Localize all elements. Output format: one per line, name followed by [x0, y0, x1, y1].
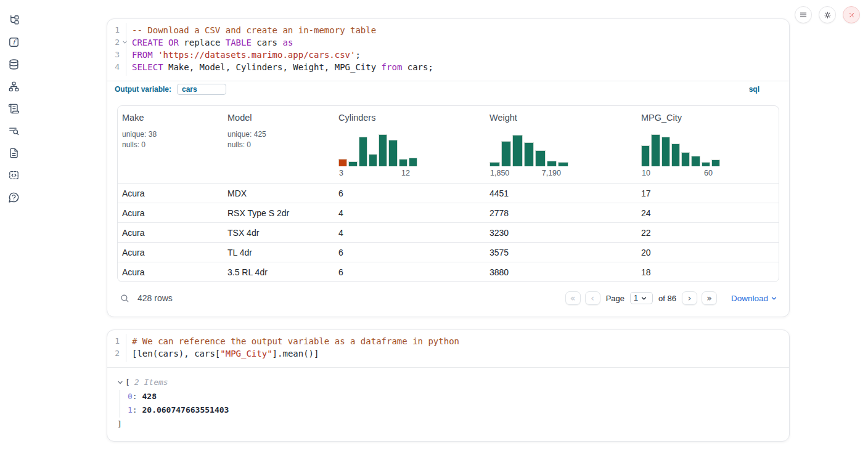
table-cell: 4 — [334, 208, 485, 218]
column-name: Model — [227, 113, 330, 123]
tree-root: [ 2 Items — [117, 376, 779, 390]
data-table: Makeunique: 38nulls: 0Modelunique: 425nu… — [117, 105, 779, 282]
table-cell: 3.5 RL 4dr — [223, 267, 334, 277]
histogram-bar — [409, 158, 417, 166]
histogram-bar — [535, 150, 546, 166]
sidebar-item-file-explorer[interactable] — [7, 14, 20, 26]
fold-chevron-icon[interactable] — [122, 39, 128, 45]
line-number: 1 — [107, 335, 120, 347]
pagination: « ‹ Page 1 of 86 › » Download — [565, 291, 777, 305]
histogram-bar — [711, 160, 720, 166]
code-line: 3FROM 'https://datasets.marimo.app/cars.… — [107, 49, 789, 61]
python-cell: 1# We can reference the output variable … — [107, 330, 790, 442]
last-page-button[interactable]: » — [702, 291, 717, 305]
code-line: 1# We can reference the output variable … — [107, 335, 789, 347]
shutdown-button[interactable] — [843, 6, 860, 23]
table-row[interactable]: AcuraMDX6445117 — [118, 183, 779, 203]
histogram-bar — [489, 162, 500, 166]
column-header-make[interactable]: Makeunique: 38nulls: 0 — [118, 106, 223, 183]
table-row[interactable]: Acura3.5 RL 4dr6388018 — [118, 262, 779, 281]
column-stats: unique: 38nulls: 0 — [122, 129, 219, 150]
prev-page-button[interactable]: ‹ — [585, 291, 600, 305]
histogram-bar — [547, 161, 557, 166]
table-cell: 24 — [637, 208, 779, 218]
sql-cell: 1-- Download a CSV and create an in-memo… — [107, 18, 790, 317]
histogram-bar — [359, 137, 367, 166]
language-badge: sql — [749, 85, 760, 94]
table-row[interactable]: AcuraTSX 4dr4323022 — [118, 222, 779, 242]
table-cell: 20 — [637, 248, 779, 257]
table-cell: TL 4dr — [223, 248, 334, 257]
table-cell: TSX 4dr — [223, 228, 334, 238]
histogram-bar — [702, 162, 710, 166]
page-select-value: 1 — [634, 294, 638, 302]
sidebar-item-datasources[interactable] — [7, 59, 20, 70]
document-icon — [8, 147, 20, 159]
collapse-chevron-icon[interactable] — [117, 379, 123, 386]
line-number: 2 — [107, 36, 120, 49]
column-stats: unique: 425nulls: 0 — [227, 129, 330, 150]
table-row[interactable]: AcuraRSX Type S 2dr4277824 — [118, 203, 779, 222]
table-cell: RSX Type S 2dr — [223, 208, 334, 218]
histogram-bar — [348, 161, 357, 166]
sql-code-editor[interactable]: 1-- Download a CSV and create an in-memo… — [107, 19, 789, 81]
column-name: MPG_City — [641, 113, 774, 123]
column-name: Cylinders — [338, 113, 481, 123]
sidebar-item-functions[interactable]: f — [7, 36, 20, 48]
histogram-bar — [512, 135, 523, 166]
histogram-weight: 1,8507,190 — [489, 132, 568, 177]
gear-icon — [823, 10, 832, 20]
next-page-button[interactable]: › — [682, 291, 697, 305]
sidebar-item-snippets[interactable] — [7, 169, 20, 181]
sidebar-item-scratchpad[interactable] — [7, 103, 20, 115]
sidebar-item-dependency-graph[interactable] — [7, 81, 20, 92]
histogram-bar — [691, 156, 700, 166]
code-line: 1-- Download a CSV and create an in-memo… — [107, 24, 789, 36]
python-code-editor[interactable]: 1# We can reference the output variable … — [107, 330, 789, 367]
graph-icon — [8, 81, 20, 92]
output-variable-input[interactable] — [177, 84, 226, 95]
page-select[interactable]: 1 — [630, 292, 653, 304]
first-page-button[interactable]: « — [565, 291, 581, 305]
output-variable-row: Output variable: sql — [107, 81, 789, 97]
file-tree-icon — [8, 14, 20, 26]
tree-entries: 0: 4281: 20.060747663551403 — [120, 390, 779, 418]
activity-sidebar: f — [0, 0, 27, 449]
sql-result-area: Makeunique: 38nulls: 0Modelunique: 425nu… — [107, 97, 789, 317]
items-count-label: 2 Items — [134, 376, 168, 390]
sidebar-item-documentation[interactable] — [7, 147, 20, 159]
download-button[interactable]: Download — [731, 294, 777, 303]
table-cell: 6 — [334, 267, 485, 277]
table-row[interactable]: AcuraTL 4dr6357520 — [118, 242, 779, 262]
histogram-mpg_city: 1060 — [641, 132, 720, 177]
table-search-button[interactable] — [120, 293, 130, 304]
table-cell: 4 — [334, 228, 485, 238]
table-cell: 3230 — [485, 228, 637, 238]
histogram-axis-labels: 1,8507,190 — [489, 169, 568, 177]
column-header-cylinders[interactable]: Cylinders312 — [334, 106, 485, 183]
column-header-weight[interactable]: Weight1,8507,190 — [485, 106, 637, 183]
sidebar-item-help[interactable] — [7, 192, 20, 203]
histogram-bar — [388, 140, 397, 166]
histogram-axis-labels: 1060 — [641, 169, 720, 177]
tree-entry: 0: 428 — [128, 390, 779, 404]
column-header-model[interactable]: Modelunique: 425nulls: 0 — [223, 106, 334, 183]
menu-button[interactable] — [795, 6, 812, 23]
histogram-axis-labels: 312 — [338, 169, 417, 177]
sidebar-item-logs[interactable] — [7, 125, 20, 137]
table-cell: 22 — [637, 228, 779, 238]
column-header-mpg_city[interactable]: MPG_City1060 — [637, 106, 779, 183]
histogram-bar — [651, 134, 660, 166]
table-cell: Acura — [118, 188, 223, 198]
chevron-down-icon — [771, 296, 777, 301]
search-icon — [120, 293, 130, 304]
logs-search-icon — [8, 125, 20, 137]
svg-text:f: f — [12, 38, 17, 46]
settings-button[interactable] — [819, 6, 836, 23]
hamburger-menu-icon — [799, 10, 808, 19]
scroll-icon — [8, 103, 20, 115]
histogram-bar — [369, 154, 377, 166]
table-cell: 2778 — [485, 208, 637, 218]
table-cell: Acura — [118, 248, 223, 257]
histogram-bar — [641, 145, 650, 166]
